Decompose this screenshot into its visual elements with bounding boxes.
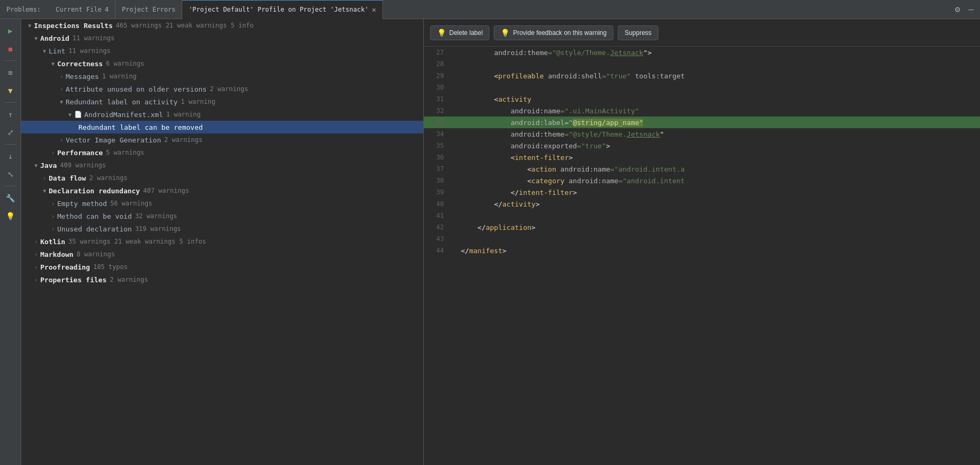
markdown-arrow[interactable]: › bbox=[32, 252, 40, 257]
tree-item-method-can-be-void[interactable]: › Method can be void 32 warnings bbox=[21, 210, 423, 222]
toolbar-separator-1 bbox=[4, 60, 17, 61]
tree-item-android[interactable]: ▼ Android 11 warnings bbox=[21, 32, 423, 44]
bracket2: > bbox=[536, 200, 540, 208]
stop-button[interactable]: ◼ bbox=[3, 41, 18, 56]
suppress-button[interactable]: Suppress bbox=[618, 25, 658, 40]
sort-desc-icon[interactable]: ⤡ bbox=[3, 167, 18, 182]
lint-arrow[interactable]: ▼ bbox=[40, 48, 49, 54]
tree-item-androidmanifest[interactable]: ▼ 📄 AndroidManifest.xml 1 warning bbox=[21, 108, 423, 121]
bracket: </ bbox=[477, 223, 486, 231]
jetsnack-link[interactable]: Jetsnack bbox=[610, 49, 644, 57]
tree-root[interactable]: ▼ Inspections Results 465 warnings 21 we… bbox=[21, 19, 423, 32]
unused-declaration-count: 319 warnings bbox=[135, 225, 181, 232]
bracket: < bbox=[527, 177, 531, 185]
tab-bar: Problems: Current File 4 Project Errors … bbox=[0, 0, 980, 19]
line-content-31: <activity bbox=[461, 95, 980, 103]
tree-item-redundant-label-item[interactable]: Redundant label can be removed bbox=[21, 121, 423, 133]
tree-item-redundant-label[interactable]: ▼ Redundant label on activity 1 warning bbox=[21, 95, 423, 108]
properties-files-label: Properties files bbox=[40, 276, 106, 284]
tree-item-attribute-unused[interactable]: › Attribute unused on older versions 2 w… bbox=[21, 83, 423, 95]
jetsnack-link2[interactable]: Jetsnack bbox=[627, 130, 660, 138]
run-button[interactable]: ▶ bbox=[3, 23, 18, 38]
close-icon[interactable]: ✕ bbox=[372, 5, 376, 14]
settings-icon[interactable]: ⚙ bbox=[953, 3, 963, 15]
line-num-30: 30 bbox=[424, 84, 450, 91]
empty-method-arrow[interactable]: › bbox=[49, 201, 57, 207]
lint-count: 11 warnings bbox=[68, 47, 110, 55]
tab-project-default[interactable]: 'Project Default' Profile on Project 'Je… bbox=[182, 0, 383, 19]
tree-item-messages[interactable]: › Messages 1 warning bbox=[21, 70, 423, 83]
tree-item-lint[interactable]: ▼ Lint 11 warnings bbox=[21, 44, 423, 57]
wrench-icon[interactable]: 🔧 bbox=[3, 191, 18, 205]
code-line-27: 27 android:theme="@style/Theme.Jetsnack"… bbox=[424, 47, 980, 58]
line-content-33: android:label="@string/app_name" bbox=[461, 119, 980, 127]
proofreading-arrow[interactable]: › bbox=[32, 264, 40, 270]
kotlin-arrow[interactable]: › bbox=[32, 239, 40, 245]
redundant-label-item-label: Redundant label can be removed bbox=[78, 123, 203, 131]
sort-asc-icon[interactable]: ↑ bbox=[3, 107, 18, 122]
attr-name: android:label bbox=[511, 119, 565, 127]
filter-button[interactable]: ▼ bbox=[3, 83, 18, 98]
tree-item-declaration-redundancy[interactable]: ▼ Declaration redundancy 407 warnings bbox=[21, 184, 423, 197]
line-num-28: 28 bbox=[424, 60, 450, 68]
performance-arrow[interactable]: › bbox=[49, 150, 57, 156]
tab-current-file[interactable]: Current File 4 bbox=[49, 0, 115, 19]
filter-icon[interactable]: ≡ bbox=[3, 65, 18, 80]
attr-name2: tools:target bbox=[635, 72, 685, 80]
tree-item-markdown[interactable]: › Markdown 8 warnings bbox=[21, 248, 423, 261]
line-num-31: 31 bbox=[424, 95, 450, 103]
left-toolbar: ▶ ◼ ≡ ▼ ↑ ⤢ ↓ ⤡ 🔧 💡 bbox=[0, 19, 21, 465]
redundant-label-count: 1 warning bbox=[181, 98, 215, 105]
bracket: < bbox=[511, 154, 515, 162]
feedback-button[interactable]: 💡 Provide feedback on this warning bbox=[494, 25, 613, 40]
tab-current-file-badge: 4 bbox=[105, 6, 109, 13]
line-content-30 bbox=[461, 84, 980, 92]
bulb-icon[interactable]: 💡 bbox=[3, 209, 18, 223]
bracket2: > bbox=[531, 223, 536, 231]
java-arrow[interactable]: ▼ bbox=[32, 163, 40, 168]
vector-image-arrow[interactable]: › bbox=[57, 137, 66, 143]
code-view[interactable]: 27 android:theme="@style/Theme.Jetsnack"… bbox=[424, 47, 980, 465]
unused-declaration-arrow[interactable]: › bbox=[49, 226, 57, 232]
messages-arrow[interactable]: › bbox=[57, 74, 66, 79]
method-can-be-void-arrow[interactable]: › bbox=[49, 213, 57, 219]
tree-panel[interactable]: ▼ Inspections Results 465 warnings 21 we… bbox=[21, 19, 424, 465]
tree-item-empty-method[interactable]: › Empty method 56 warnings bbox=[21, 197, 423, 210]
tree-item-java[interactable]: ▼ Java 409 warnings bbox=[21, 159, 423, 172]
tree-item-data-flow[interactable]: › Data flow 2 warnings bbox=[21, 172, 423, 184]
declaration-redundancy-arrow[interactable]: ▼ bbox=[40, 188, 49, 194]
root-count: 465 warnings 21 weak warnings 5 info bbox=[116, 22, 254, 29]
delete-label-text: Delete label bbox=[449, 29, 483, 37]
code-line-37: 37 <action android:name="android.intent.… bbox=[424, 163, 980, 175]
correctness-label: Correctness bbox=[57, 60, 103, 68]
tree-item-properties-files[interactable]: › Properties files 2 warnings bbox=[21, 273, 423, 286]
androidmanifest-arrow[interactable]: ▼ bbox=[66, 112, 74, 118]
bracket2: > bbox=[569, 154, 573, 162]
collapse-icon[interactable]: ↓ bbox=[3, 149, 18, 164]
toolbar-separator-3 bbox=[4, 144, 17, 145]
tree-item-correctness[interactable]: ▼ Correctness 6 warnings bbox=[21, 57, 423, 70]
expand-icon[interactable]: ⤢ bbox=[3, 125, 18, 140]
tree-item-performance[interactable]: › Performance 5 warnings bbox=[21, 146, 423, 159]
tree-item-kotlin[interactable]: › Kotlin 35 warnings 21 weak warnings 5 … bbox=[21, 235, 423, 248]
tree-item-unused-declaration[interactable]: › Unused declaration 319 warnings bbox=[21, 222, 423, 235]
tab-project-errors[interactable]: Project Errors bbox=[115, 0, 182, 19]
attr-name: android:shell bbox=[548, 72, 602, 80]
minimize-icon[interactable]: — bbox=[966, 3, 976, 15]
android-arrow[interactable]: ▼ bbox=[32, 35, 40, 41]
tag: profileable bbox=[498, 72, 544, 80]
tree-item-vector-image[interactable]: › Vector Image Generation 2 warnings bbox=[21, 133, 423, 146]
correctness-arrow[interactable]: ▼ bbox=[49, 61, 57, 67]
attr-name: android:exported bbox=[511, 142, 577, 150]
redundant-label-arrow[interactable]: ▼ bbox=[57, 99, 66, 105]
line-content-43 bbox=[461, 235, 980, 243]
attribute-unused-arrow[interactable]: › bbox=[57, 86, 66, 92]
properties-files-arrow[interactable]: › bbox=[32, 277, 40, 283]
line-num-44: 44 bbox=[424, 247, 450, 254]
bracket: "> bbox=[643, 49, 652, 57]
tree-item-proofreading[interactable]: › Proofreading 185 typos bbox=[21, 261, 423, 273]
delete-label-button[interactable]: 💡 Delete label bbox=[430, 25, 489, 40]
root-arrow[interactable]: ▼ bbox=[25, 23, 34, 29]
data-flow-arrow[interactable]: › bbox=[40, 175, 49, 181]
markdown-count: 8 warnings bbox=[77, 251, 115, 258]
